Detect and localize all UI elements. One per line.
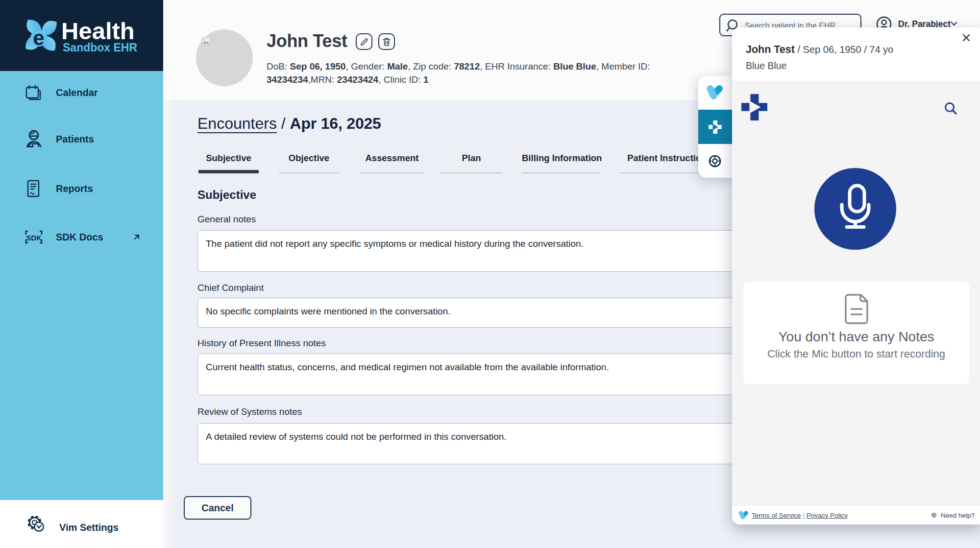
- svg-text:e: e: [33, 26, 44, 49]
- svg-text:SDK: SDK: [26, 234, 42, 242]
- svg-text:Sandbox EHR: Sandbox EHR: [63, 41, 137, 54]
- svg-text:Health: Health: [61, 18, 135, 44]
